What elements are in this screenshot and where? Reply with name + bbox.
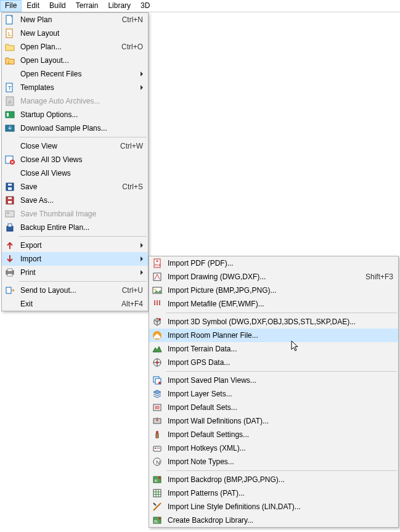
menu-item-label: Import Saved Plan Views... bbox=[165, 376, 393, 385]
import-menu-import-layer-sets[interactable]: Import Layer Sets... bbox=[149, 387, 398, 401]
thumb-icon bbox=[2, 207, 18, 221]
import-menu-import-note-types[interactable]: NImport Note Types... bbox=[149, 455, 398, 469]
file-menu-open-plan[interactable]: Open Plan...Ctrl+O bbox=[2, 40, 148, 54]
note-types-icon: N bbox=[149, 455, 165, 469]
file-menu-save-as[interactable]: Save As... bbox=[2, 194, 148, 207]
file-menu-open-layout[interactable]: LOpen Layout... bbox=[2, 54, 148, 67]
svg-rect-45 bbox=[158, 448, 160, 449]
import-menu-import-3d-symbol-dwg-dxf-obj-3ds-stl-skp-dae[interactable]: Import 3D Symbol (DWG,DXF,OBJ,3DS,STL,SK… bbox=[149, 315, 398, 329]
dwg-icon bbox=[149, 270, 165, 284]
import-menu-import-drawing-dwg-dxf[interactable]: Import Drawing (DWG,DXF)...Shift+F3 bbox=[149, 270, 398, 284]
file-menu-close-view[interactable]: Close ViewCtrl+W bbox=[2, 139, 148, 153]
svg-rect-15 bbox=[8, 184, 12, 186]
file-menu-templates[interactable]: TTemplates bbox=[2, 81, 148, 94]
svg-rect-22 bbox=[8, 224, 12, 227]
import-menu-import-default-settings[interactable]: Import Default Settings... bbox=[149, 428, 398, 441]
menubar-item-file[interactable]: File bbox=[0, 0, 22, 12]
import-menu-import-saved-plan-views[interactable]: Import Saved Plan Views... bbox=[149, 374, 398, 387]
menu-item-shortcut: Ctrl+S bbox=[115, 182, 143, 191]
startup-icon bbox=[2, 108, 18, 121]
import-menu-import-line-style-definitions-lin-dat[interactable]: Import Line Style Definitions (LIN,DAT).… bbox=[149, 500, 398, 514]
room-planner-icon bbox=[149, 329, 165, 342]
import-menu-import-patterns-pat[interactable]: Import Patterns (PAT)... bbox=[149, 486, 398, 500]
no-icon bbox=[2, 139, 18, 153]
svg-point-38 bbox=[158, 382, 161, 384]
menubar-item-library[interactable]: Library bbox=[103, 0, 136, 12]
submenu-arrow-icon bbox=[141, 85, 143, 90]
open-layout-icon: L bbox=[2, 54, 18, 67]
file-menu-open-recent-files[interactable]: Open Recent Files bbox=[2, 67, 148, 81]
send-layout-icon bbox=[2, 284, 18, 297]
submenu-arrow-icon bbox=[141, 243, 143, 248]
file-menu-manage-auto-archives: AManage Auto Archives... bbox=[2, 94, 148, 108]
hotkeys-icon bbox=[149, 441, 165, 455]
menu-item-label: Import Line Style Definitions (LIN,DAT).… bbox=[165, 502, 393, 511]
download-icon bbox=[2, 121, 18, 135]
menubar-item-3d[interactable]: 3D bbox=[136, 0, 155, 12]
import-menu-create-backdrop-library[interactable]: BLCreate Backdrop Library... bbox=[149, 514, 398, 527]
submenu-arrow-icon bbox=[141, 72, 143, 76]
menu-item-label: Import Layer Sets... bbox=[165, 390, 393, 398]
menu-item-shortcut: Ctrl+U bbox=[115, 286, 143, 295]
import-menu-import-gps-data[interactable]: Import GPS Data... bbox=[149, 356, 398, 369]
menu-item-label: Close All 3D Views bbox=[18, 155, 143, 164]
menu-item-label: Exit bbox=[18, 300, 114, 308]
menu-item-label: Manage Auto Archives... bbox=[18, 97, 143, 105]
import-menu-separator bbox=[166, 371, 397, 372]
import-menu-import-pdf-pdf[interactable]: PDFImport PDF (PDF)... bbox=[149, 256, 398, 270]
file-menu-export[interactable]: Export bbox=[2, 239, 148, 252]
import-submenu-dropdown: PDFImport PDF (PDF)...Import Drawing (DW… bbox=[149, 256, 399, 528]
import-menu-import-hotkeys-xml[interactable]: Import Hotkeys (XML)... bbox=[149, 441, 398, 455]
svg-point-32 bbox=[158, 318, 161, 321]
file-menu-close-all-views[interactable]: Close All Views bbox=[2, 166, 148, 180]
import-menu-import-room-planner-file[interactable]: Import Room Planner File... bbox=[149, 329, 398, 342]
layer-sets-icon bbox=[149, 387, 165, 401]
svg-text:T: T bbox=[8, 85, 12, 91]
svg-text:L: L bbox=[8, 31, 11, 37]
terrain-icon bbox=[149, 342, 165, 356]
file-menu-send-to-layout[interactable]: Send to Layout...Ctrl+U bbox=[2, 284, 148, 297]
import-menu-separator bbox=[166, 470, 397, 471]
import-menu-import-metafile-emf-wmf[interactable]: Import Metafile (EMF,WMF)... bbox=[149, 297, 398, 311]
import-menu-import-picture-bmp-jpg-png[interactable]: Import Picture (BMP,JPG,PNG)... bbox=[149, 284, 398, 297]
default-sets-icon bbox=[149, 401, 165, 414]
import-icon bbox=[2, 252, 18, 266]
file-menu-startup-options[interactable]: Startup Options... bbox=[2, 108, 148, 121]
line-style-icon bbox=[149, 500, 165, 514]
svg-text:BL: BL bbox=[154, 520, 159, 523]
menu-item-shortcut: Ctrl+O bbox=[114, 43, 143, 51]
import-menu-import-wall-definitions-dat[interactable]: Import Wall Definitions (DAT)... bbox=[149, 414, 398, 428]
file-menu-new-plan[interactable]: New PlanCtrl+N bbox=[2, 13, 148, 27]
menu-item-label: Export bbox=[18, 241, 136, 250]
menu-item-label: Save bbox=[18, 182, 115, 191]
menu-item-label: Import Hotkeys (XML)... bbox=[165, 444, 393, 452]
file-menu-save[interactable]: SaveCtrl+S bbox=[2, 180, 148, 194]
picture-icon bbox=[149, 284, 165, 297]
menu-item-label: Close View bbox=[18, 142, 113, 150]
import-menu-import-backdrop-bmp-jpg-png[interactable]: BImport Backdrop (BMP,JPG,PNG)... bbox=[149, 473, 398, 486]
menubar-item-edit[interactable]: Edit bbox=[22, 0, 44, 12]
menu-item-label: Import Patterns (PAT)... bbox=[165, 489, 393, 497]
import-menu-import-terrain-data[interactable]: Import Terrain Data... bbox=[149, 342, 398, 356]
svg-text:N: N bbox=[156, 459, 160, 465]
import-menu-import-default-sets[interactable]: Import Default Sets... bbox=[149, 401, 398, 414]
file-menu-import[interactable]: Import bbox=[2, 252, 148, 266]
menu-item-label: Import 3D Symbol (DWG,DXF,OBJ,3DS,STL,SK… bbox=[165, 317, 393, 326]
file-menu-print[interactable]: Print bbox=[2, 266, 148, 279]
file-menu-new-layout[interactable]: LNew Layout bbox=[2, 27, 148, 40]
menubar-item-build[interactable]: Build bbox=[44, 0, 71, 12]
menu-item-label: Open Recent Files bbox=[18, 70, 136, 78]
archive-icon: A bbox=[2, 94, 18, 108]
file-menu-exit[interactable]: ExitAlt+F4 bbox=[2, 297, 148, 311]
default-settings-icon bbox=[149, 428, 165, 441]
menu-item-label: Startup Options... bbox=[18, 110, 143, 119]
menu-item-label: Import Terrain Data... bbox=[165, 345, 393, 353]
svg-rect-14 bbox=[8, 187, 12, 190]
menu-item-label: Import PDF (PDF)... bbox=[165, 259, 393, 268]
menubar-item-terrain[interactable]: Terrain bbox=[71, 0, 104, 12]
file-menu-close-all-3d-views[interactable]: Close All 3D Views bbox=[2, 153, 148, 166]
saved-views-icon bbox=[149, 374, 165, 387]
file-menu-download-sample-plans[interactable]: Download Sample Plans... bbox=[2, 121, 148, 135]
menu-item-label: Save As... bbox=[18, 196, 143, 205]
file-menu-backup-entire-plan[interactable]: Backup Entire Plan... bbox=[2, 221, 148, 234]
